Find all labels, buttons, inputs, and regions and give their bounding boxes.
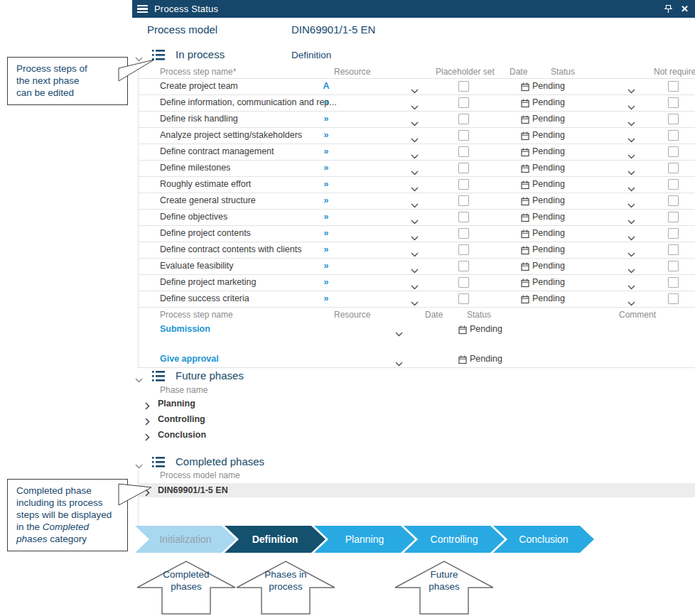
status-dropdown-chevron-icon[interactable] [627, 296, 635, 309]
resource-link[interactable]: » [321, 195, 331, 205]
not-required-checkbox[interactable] [668, 277, 679, 288]
process-step-link[interactable]: Give approval [160, 354, 219, 364]
placeholder-set-checkbox[interactable] [458, 130, 469, 141]
expand-chevron-icon[interactable] [145, 400, 150, 413]
close-icon[interactable]: ✕ [681, 4, 689, 13]
arrow-label: Futurephases [394, 568, 494, 593]
calendar-icon[interactable] [521, 163, 529, 176]
placeholder-set-checkbox[interactable] [458, 212, 469, 222]
calendar-icon[interactable] [521, 245, 529, 258]
resource-dropdown-chevron-icon[interactable] [411, 296, 419, 309]
resource-link[interactable]: » [321, 163, 331, 173]
calendar-icon[interactable] [521, 229, 529, 242]
collapse-chevron-icon[interactable] [135, 52, 143, 65]
resource-link[interactable]: » [321, 179, 331, 189]
col-header-resource: Resource [334, 67, 370, 77]
calendar-icon[interactable] [521, 131, 529, 144]
resource-link[interactable]: » [321, 114, 331, 124]
placeholder-set-checkbox[interactable] [458, 277, 469, 288]
calendar-icon[interactable] [458, 355, 467, 367]
not-required-checkbox[interactable] [668, 212, 679, 222]
resource-link[interactable]: » [321, 212, 331, 222]
resource-link[interactable]: » [321, 261, 331, 271]
list-icon [152, 457, 165, 470]
resource-link[interactable]: » [321, 244, 331, 254]
current-phase-name: Definition [291, 50, 331, 60]
not-required-checkbox[interactable] [668, 261, 679, 271]
calendar-icon[interactable] [521, 212, 529, 225]
expand-chevron-icon[interactable] [145, 416, 150, 428]
placeholder-set-checkbox[interactable] [458, 81, 469, 92]
placeholder-set-checkbox[interactable] [458, 146, 469, 157]
section-in-process-header: In process Definition [132, 47, 695, 64]
calendar-icon[interactable] [521, 278, 529, 291]
resource-link[interactable]: A [321, 81, 331, 91]
not-required-checkbox[interactable] [668, 146, 679, 157]
resource-link[interactable]: » [321, 97, 331, 107]
placeholder-set-checkbox[interactable] [458, 261, 469, 271]
milestone-step-row: Submission Pending [138, 321, 695, 337]
calendar-icon[interactable] [521, 147, 529, 160]
collapse-chevron-icon[interactable] [135, 459, 143, 472]
calendar-icon[interactable] [521, 82, 529, 94]
calendar-icon[interactable] [521, 294, 529, 307]
not-required-checkbox[interactable] [668, 293, 679, 304]
resource-dropdown-chevron-icon[interactable] [395, 327, 403, 340]
calendar-icon[interactable] [521, 98, 529, 111]
resource-link[interactable]: » [321, 293, 331, 303]
process-step-row: Define project contents » Pending [138, 225, 695, 242]
not-required-checkbox[interactable] [668, 228, 679, 239]
placeholder-set-checkbox[interactable] [458, 228, 469, 239]
resource-link[interactable]: » [321, 146, 331, 156]
phase-name: DIN69901/1-5 EN [158, 485, 228, 495]
resource-link[interactable]: » [321, 228, 331, 238]
resource-link[interactable]: » [321, 130, 331, 140]
arrow-label: Completedphases [136, 568, 236, 593]
not-required-checkbox[interactable] [668, 195, 679, 206]
calendar-icon[interactable] [521, 261, 529, 274]
col2-header-date: Date [425, 310, 443, 320]
phase-row: Controlling [138, 412, 695, 428]
expand-chevron-icon[interactable] [145, 487, 150, 499]
calendar-icon[interactable] [521, 180, 529, 193]
not-required-checkbox[interactable] [668, 81, 679, 92]
flow-phase-label: Controlling [431, 534, 478, 545]
col2-header-step-name: Process step name [160, 310, 233, 320]
placeholder-set-checkbox[interactable] [458, 97, 469, 108]
process-step-row: Define contract management » Pending [138, 144, 695, 161]
calendar-icon[interactable] [458, 325, 467, 337]
callout-text-segment: category [48, 534, 87, 544]
placeholder-set-checkbox[interactable] [458, 114, 469, 124]
not-required-checkbox[interactable] [668, 114, 679, 124]
calendar-icon[interactable] [521, 114, 529, 127]
placeholder-set-checkbox[interactable] [458, 244, 469, 255]
table-left-border [138, 470, 139, 526]
not-required-checkbox[interactable] [668, 163, 679, 173]
resource-link[interactable]: » [321, 277, 331, 287]
status-value: Pending [532, 130, 565, 140]
placeholder-set-checkbox[interactable] [458, 195, 469, 206]
menu-icon[interactable] [137, 5, 148, 13]
collapse-chevron-icon[interactable] [135, 373, 143, 386]
not-required-checkbox[interactable] [668, 97, 679, 108]
pin-icon[interactable] [664, 4, 673, 14]
flow-phase-label: Conclusion [519, 534, 568, 545]
not-required-checkbox[interactable] [668, 179, 679, 190]
calendar-icon[interactable] [521, 196, 529, 209]
placeholder-set-checkbox[interactable] [458, 179, 469, 190]
list-icon [152, 50, 165, 63]
not-required-checkbox[interactable] [668, 130, 679, 141]
flow-phase-chevron: Conclusion [493, 526, 594, 553]
placeholder-set-checkbox[interactable] [458, 163, 469, 173]
phase-name: Planning [158, 399, 195, 409]
process-step-row: Analyze project setting/stakeholders » P… [138, 127, 695, 144]
flow-phase-chevron: Controlling [404, 526, 505, 553]
col-header-step-name: Process step name* [160, 67, 236, 77]
process-step-link[interactable]: Submission [160, 324, 210, 334]
expand-chevron-icon[interactable] [145, 431, 150, 444]
col2-header-resource: Resource [334, 310, 370, 320]
process-step-name: Define project contents [160, 228, 251, 238]
not-required-checkbox[interactable] [668, 244, 679, 255]
arrow-label: Phases inprocess [236, 568, 335, 593]
placeholder-set-checkbox[interactable] [458, 293, 469, 304]
